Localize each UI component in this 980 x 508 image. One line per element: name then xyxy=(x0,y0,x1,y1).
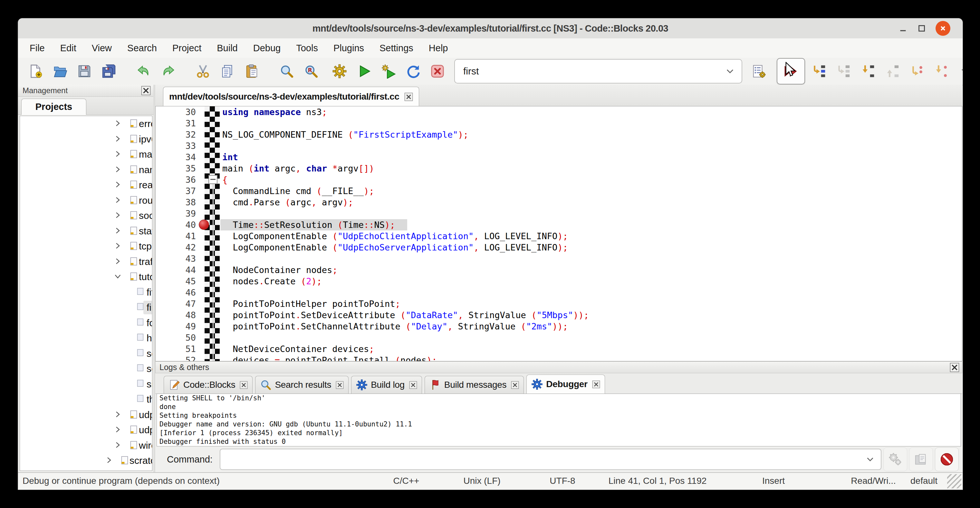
code-line-44[interactable]: 44 NodeContainer nodes; xyxy=(156,264,962,275)
menu-tools[interactable]: Tools xyxy=(288,38,326,58)
menu-view[interactable]: View xyxy=(84,38,119,58)
new-file-icon[interactable] xyxy=(25,61,46,82)
log-tab-close-icon[interactable] xyxy=(240,381,248,389)
editor-tab-close-icon[interactable] xyxy=(404,92,413,101)
tree-item-erro[interactable]: erro xyxy=(20,116,152,132)
title-bar[interactable]: mnt/dev/tools/source/ns-3-dev/examples/t… xyxy=(18,18,963,39)
open-file-icon[interactable] xyxy=(49,61,70,82)
tree-item-fo[interactable]: fo xyxy=(20,315,152,331)
tree-item-six[interactable]: six xyxy=(20,376,152,392)
tree-item-fir[interactable]: fir xyxy=(20,300,152,315)
code-line-49[interactable]: 49 pointToPoint.SetChannelAttribute ("De… xyxy=(156,321,962,332)
project-tree[interactable]: erroipv6matnamreallroutsockstattcptraftu… xyxy=(20,116,153,471)
tree-item-fif[interactable]: fif xyxy=(20,285,152,300)
menu-search[interactable]: Search xyxy=(119,38,165,58)
code-line-40[interactable]: 40 Time::SetResolution (Time::NS); xyxy=(156,219,962,231)
code-line-50[interactable]: 50 xyxy=(156,332,962,343)
code-line-30[interactable]: 30using namespace ns3; xyxy=(156,107,962,118)
tree-item-se[interactable]: se xyxy=(20,346,152,361)
chevron-right-icon[interactable] xyxy=(113,226,122,235)
code-line-37[interactable]: 37 CommandLine cmd (__FILE__); xyxy=(156,185,962,197)
abort-build-icon[interactable] xyxy=(427,61,448,82)
tree-item-mat[interactable]: mat xyxy=(20,147,152,162)
toolbar-overflow-chevron-icon[interactable] xyxy=(955,61,963,82)
copy-icon[interactable] xyxy=(217,61,238,82)
combo-chevron-icon[interactable] xyxy=(724,65,736,78)
menu-file[interactable]: File xyxy=(22,38,52,58)
tree-item-wire[interactable]: wire xyxy=(20,438,152,453)
chevron-down-icon[interactable] xyxy=(113,272,122,281)
build-and-run-icon[interactable] xyxy=(378,61,399,82)
code-line-48[interactable]: 48 pointToPoint.SetDeviceAttribute ("Dat… xyxy=(156,309,962,321)
run-to-cursor-icon[interactable] xyxy=(808,61,830,82)
code-line-46[interactable]: 46 xyxy=(156,287,962,298)
tree-item-traf[interactable]: traf xyxy=(20,254,152,269)
cut-icon[interactable] xyxy=(192,61,213,82)
menu-plugins[interactable]: Plugins xyxy=(326,38,372,58)
resize-grip[interactable] xyxy=(947,474,961,488)
paste-icon[interactable] xyxy=(241,61,262,82)
log-tab-code-blocks[interactable]: Code::Blocks xyxy=(164,376,253,393)
tree-item-udp[interactable]: udp xyxy=(20,407,152,423)
breakpoint-icon[interactable] xyxy=(199,220,209,230)
tree-item-sock[interactable]: sock xyxy=(20,208,152,223)
stop-debugger-icon[interactable] xyxy=(935,447,959,471)
undo-icon[interactable] xyxy=(133,61,154,82)
tree-item-scratch[interactable]: scratch xyxy=(20,453,152,468)
replace-icon[interactable]: R xyxy=(301,61,322,82)
chevron-right-icon[interactable] xyxy=(113,257,122,266)
tree-item-th[interactable]: th xyxy=(20,392,152,407)
run-icon[interactable] xyxy=(353,61,375,82)
code-line-33[interactable]: 33 xyxy=(156,140,962,151)
chevron-right-icon[interactable] xyxy=(113,196,122,204)
menu-edit[interactable]: Edit xyxy=(52,38,84,58)
management-close-icon[interactable] xyxy=(141,86,151,96)
close-icon[interactable] xyxy=(935,21,950,36)
chevron-right-icon[interactable] xyxy=(113,410,122,419)
tab-projects[interactable]: Projects xyxy=(21,99,86,115)
code-line-45[interactable]: 45 nodes.Create (2); xyxy=(156,275,962,287)
debugger-log[interactable]: Setting SHELL to '/bin/sh'doneSetting br… xyxy=(157,393,961,446)
code-line-47[interactable]: 47 PointToPointHelper pointToPoint; xyxy=(156,298,962,309)
chevron-right-icon[interactable] xyxy=(113,211,122,220)
rebuild-icon[interactable] xyxy=(402,61,424,82)
log-tab-close-icon[interactable] xyxy=(592,381,600,389)
chevron-right-icon[interactable] xyxy=(113,134,122,143)
tree-item-he[interactable]: he xyxy=(20,330,152,346)
step-into-icon[interactable] xyxy=(857,61,878,82)
build-icon[interactable] xyxy=(329,61,350,82)
log-tab-search-results[interactable]: Search results xyxy=(255,376,348,393)
menu-debug[interactable]: Debug xyxy=(245,38,288,58)
tree-item-ipv6[interactable]: ipv6 xyxy=(20,132,152,147)
tree-item-rout[interactable]: rout xyxy=(20,193,152,208)
minimize-icon[interactable] xyxy=(896,21,910,36)
log-tab-build-log[interactable]: Build log xyxy=(351,376,422,393)
log-tab-close-icon[interactable] xyxy=(409,381,417,389)
editor-tab-first-cc[interactable]: mnt/dev/tools/source/ns-3-dev/examples/t… xyxy=(163,87,419,107)
command-dropdown-chevron-icon[interactable] xyxy=(865,454,876,466)
next-instruction-icon[interactable] xyxy=(906,61,928,82)
code-line-51[interactable]: 51 NetDeviceContainer devices; xyxy=(156,343,962,355)
menu-settings[interactable]: Settings xyxy=(372,38,421,58)
menu-project[interactable]: Project xyxy=(165,38,209,58)
log-tab-close-icon[interactable] xyxy=(511,381,519,389)
chevron-right-icon[interactable] xyxy=(113,150,122,158)
tree-item-udp-[interactable]: udp- xyxy=(20,422,152,438)
step-into-instruction-icon[interactable] xyxy=(931,61,952,82)
logs-close-icon[interactable] xyxy=(950,363,959,372)
maximize-icon[interactable] xyxy=(914,21,929,36)
chevron-right-icon[interactable] xyxy=(113,441,122,449)
chevron-right-icon[interactable] xyxy=(113,241,122,250)
compiler-options-icon[interactable] xyxy=(748,61,770,82)
code-line-31[interactable]: 31 xyxy=(156,118,962,129)
fold-collapse-icon[interactable] xyxy=(208,175,218,184)
save-all-icon[interactable] xyxy=(98,61,119,82)
code-line-43[interactable]: 43 xyxy=(156,253,962,264)
chevron-right-icon[interactable] xyxy=(113,119,122,127)
tree-item-tcp[interactable]: tcp xyxy=(20,239,152,254)
debug-continue-icon[interactable] xyxy=(777,58,805,84)
build-target-combo[interactable]: first xyxy=(454,59,742,83)
menu-build[interactable]: Build xyxy=(209,38,245,58)
chevron-right-icon[interactable] xyxy=(105,456,113,465)
log-tab-debugger[interactable]: Debugger xyxy=(527,374,605,393)
